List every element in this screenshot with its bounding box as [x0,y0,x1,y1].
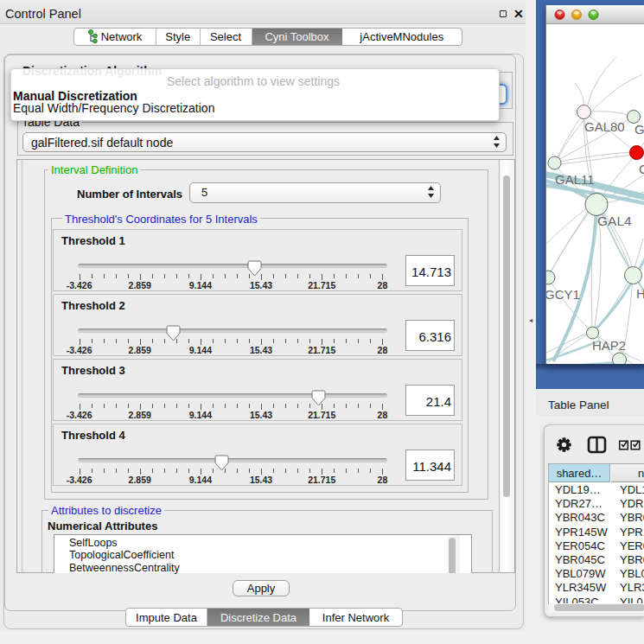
svg-text:C: C [639,162,644,176]
svg-text:G.: G. [634,122,644,137]
svg-text:H: H [636,286,644,301]
svg-text:GAL80: GAL80 [584,119,625,134]
svg-text:GAL4: GAL4 [597,214,632,228]
svg-text:HAP2: HAP2 [592,338,626,353]
svg-text:GCY1: GCY1 [546,287,580,302]
svg-text:GAL11: GAL11 [555,172,595,187]
